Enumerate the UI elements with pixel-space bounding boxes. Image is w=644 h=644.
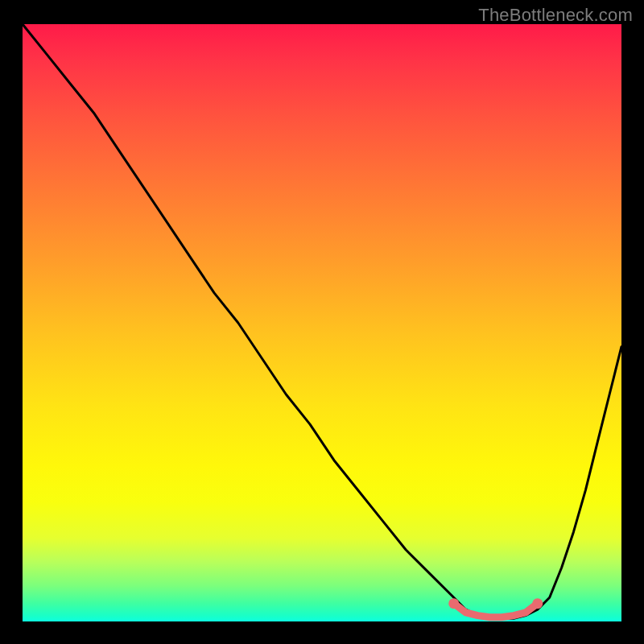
highlight-end-dot [448, 598, 459, 609]
curve-line [23, 24, 621, 618]
attribution-text: TheBottleneck.com [478, 5, 633, 26]
highlight-end-dot [532, 598, 543, 609]
bottleneck-curve [23, 24, 621, 618]
highlight-line [454, 604, 538, 617]
chart-frame: TheBottleneck.com [0, 0, 644, 644]
chart-overlay [23, 24, 621, 621]
optimal-zone-highlight [448, 598, 543, 617]
plot-area [23, 24, 621, 621]
